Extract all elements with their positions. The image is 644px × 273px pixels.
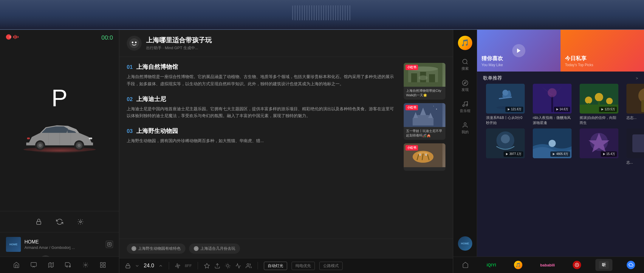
eco-mode-btn[interactable]: 纯电优先 [292, 262, 315, 270]
temperature-display: 24.0 [144, 263, 154, 269]
cover-2: 14.6万 [533, 84, 572, 114]
svg-point-66 [177, 265, 178, 266]
listen-button[interactable]: 听 [595, 259, 612, 271]
climate-icon-5[interactable] [246, 263, 252, 269]
cover-7: 15.4万 [580, 128, 618, 158]
car-settings-icon[interactable] [76, 217, 85, 226]
playlist-card-6[interactable]: 4805.9万 [533, 128, 572, 165]
svg-line-72 [229, 267, 230, 268]
place-number-1: 01 [127, 64, 133, 70]
playlist-card-4[interactable]: 志 志志... [626, 84, 644, 125]
svg-rect-65 [126, 266, 130, 268]
svg-point-45 [419, 75, 428, 80]
playlist-more-link[interactable]: > [636, 76, 638, 80]
music-hall-nav-item[interactable]: 音乐馆 [455, 98, 476, 117]
count-6: 4805.9万 [550, 151, 570, 157]
music-logo[interactable]: 🎵 [458, 36, 472, 50]
featured-recommend[interactable]: 猜你喜欢 You May Like [477, 30, 561, 72]
playlist-card-1[interactable]: 121.6万 浪漫系R&B丨心从0分0秒开始 [486, 84, 525, 125]
climate-icon-3[interactable] [225, 263, 231, 269]
svg-rect-32 [100, 263, 102, 264]
ai-question-title: 上海哪里适合带孩子玩 [146, 36, 212, 45]
ai-header: 上海哪里适合带孩子玩 出行助手 · Mind GPT 生成中... [119, 30, 453, 57]
cover-3: 123.5万 [580, 84, 618, 114]
bilibili-button[interactable]: bababili [537, 259, 558, 271]
xhs-caption-1: 上海自然博物馆带娃City Walk的一天🌟 [404, 87, 445, 100]
more-apps-button[interactable] [623, 259, 639, 271]
user-nav-item[interactable]: 我的 [455, 119, 476, 138]
ai-tag-1[interactable]: ·· 上海野生动物园有啥特色 [127, 243, 185, 254]
car-nav-icon[interactable] [64, 261, 72, 269]
svg-point-38 [135, 42, 137, 43]
climate-icon-2[interactable] [214, 263, 220, 269]
svg-rect-14 [37, 221, 41, 224]
svg-point-37 [132, 42, 133, 43]
xhs-badge-2: 小红书 [405, 105, 418, 110]
svg-point-96 [595, 93, 603, 101]
count-5: 3977.1万 [504, 151, 523, 157]
cover-1: 121.6万 [486, 84, 525, 114]
queue-icon[interactable] [106, 241, 113, 248]
count-1: 121.6万 [505, 107, 523, 112]
temp-up-arrow[interactable] [159, 264, 163, 268]
discover-nav-item[interactable]: 发现 [455, 77, 476, 95]
app-home-button[interactable] [459, 259, 472, 271]
map-nav-icon[interactable] [47, 261, 55, 269]
xhs-caption-3 [404, 167, 445, 171]
svg-rect-34 [100, 266, 102, 267]
lock-control[interactable] [125, 263, 131, 269]
svg-rect-25 [31, 263, 36, 266]
recommend-content: 猜你喜欢 You May Like [482, 55, 503, 67]
ai-chat-panel: 上海哪里适合带孩子玩 出行助手 · Mind GPT 生成中... 01 上海自… [119, 30, 453, 273]
svg-marker-109 [506, 153, 508, 155]
qishui-button[interactable]: 🎵 [510, 259, 526, 271]
main-content-area: 00:0 P [0, 30, 644, 273]
svg-rect-51 [428, 118, 434, 125]
fan-icon[interactable] [175, 263, 180, 269]
featured-today[interactable]: 今日私享 Today's Top Picks [561, 30, 644, 72]
svg-rect-118 [632, 134, 644, 152]
search-nav-item[interactable]: 发现 搜索 [455, 55, 476, 74]
apps-nav-icon[interactable] [99, 261, 107, 269]
svg-marker-112 [553, 153, 555, 155]
music-nav-sidebar: 🎵 发现 搜索 发现 [453, 30, 477, 257]
place-name-1: 上海自然博物馆 [136, 63, 178, 70]
tag-dot-2: ·· [194, 246, 199, 251]
music-meta: HOME Armand Amar / Gombodorj ... [24, 239, 102, 250]
home-music-badge[interactable]: HOME [458, 236, 472, 251]
song-artist: Armand Amar / Gombodorj ... [24, 245, 102, 250]
svg-rect-35 [103, 266, 105, 267]
svg-rect-47 [417, 115, 429, 125]
place-desc-2: 上海迪士尼是中国内地首座迪士尼主题乐园。它拥有七大主题园区，提供丰富多样的游乐项… [127, 106, 398, 120]
count-3: 123.5万 [599, 107, 617, 112]
iqiyi-button[interactable]: iQIYI [483, 259, 500, 271]
auto-light-btn[interactable]: 自动灯光 [264, 262, 287, 270]
svg-point-36 [129, 38, 139, 48]
svg-point-78 [462, 80, 467, 86]
climate-icon-4[interactable] [235, 263, 241, 269]
xhs-card-museum[interactable]: 小红书 上海自 [404, 63, 445, 100]
playlist-card-5[interactable]: 3977.1万 [486, 128, 525, 165]
playlist-card-7[interactable]: 15.4万 [580, 128, 618, 165]
playlist-card-2[interactable]: 14.6万 r&b入夜指南：微醺海风派啪星逢 [533, 84, 572, 125]
temp-down-arrow[interactable] [135, 264, 139, 268]
netease-button[interactable] [569, 259, 585, 271]
screen-nav-icon[interactable] [30, 261, 38, 269]
climate-icon-1[interactable] [204, 263, 210, 269]
svg-rect-90 [551, 96, 553, 112]
svg-point-5 [38, 144, 42, 147]
ai-tag-2[interactable]: ·· 上海适合几月份去玩 [189, 243, 240, 254]
xhs-card-zoo[interactable]: 小红书 [404, 143, 445, 171]
xhs-card-disney[interactable]: 小红书 [404, 103, 445, 140]
road-mode-btn[interactable]: 公路模式 [319, 262, 343, 270]
rotate-icon[interactable] [55, 217, 64, 226]
dashboard-top-bar [0, 0, 644, 30]
playlist-card-3[interactable]: 123.5万 摇滚|自由的信仰，向阳而生 [580, 84, 618, 125]
svg-point-108 [501, 134, 510, 143]
xhs-badge-3: 小红书 [405, 145, 418, 151]
home-nav-icon[interactable] [12, 261, 21, 269]
playlist-card-8[interactable]: 志 志... [626, 128, 644, 165]
settings-nav-icon[interactable] [81, 261, 90, 269]
lock-icon[interactable] [34, 217, 43, 226]
svg-rect-44 [429, 74, 435, 82]
